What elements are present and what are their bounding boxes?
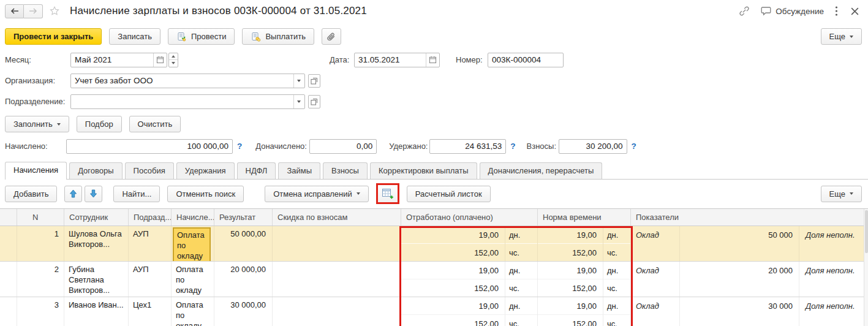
attachments-button[interactable] (322, 28, 341, 45)
fill-button[interactable]: Заполнить (5, 116, 69, 132)
tab-recalculations[interactable]: Доначисления, перерасчеты (480, 162, 603, 179)
organization-field[interactable] (70, 74, 305, 88)
tab-loans[interactable]: Займы (278, 162, 320, 179)
cell-norm-unit[interactable]: дн. чс. (603, 262, 631, 297)
column-header-n[interactable]: N (17, 209, 64, 226)
undo-corrections-button[interactable]: Отмена исправлений (265, 186, 369, 202)
move-down-button[interactable] (85, 186, 102, 202)
cell-accrual[interactable]: Оплата по окладу (172, 262, 214, 297)
forward-button[interactable] (24, 4, 43, 18)
timesheet-input-button[interactable] (378, 185, 398, 202)
calendar-icon[interactable] (153, 53, 167, 67)
added-field[interactable] (309, 139, 377, 154)
cell-indicator2-name[interactable]: Доля неполн. (799, 297, 868, 326)
favorite-star-icon[interactable] (48, 4, 61, 18)
month-field[interactable] (70, 53, 167, 67)
cell-discount[interactable] (273, 297, 401, 326)
cell-norm-unit[interactable]: дн. чс. (603, 226, 631, 261)
cell-worked-unit[interactable]: дн. чс. (505, 297, 538, 326)
contributions-input[interactable] (559, 140, 627, 153)
spinner-up-icon[interactable] (169, 53, 178, 61)
discussion-button[interactable]: Обсуждение (761, 6, 824, 16)
cell-discount[interactable] (273, 262, 401, 297)
pick-button[interactable]: Подбор (77, 116, 122, 132)
contributions-field[interactable] (559, 139, 627, 154)
column-header-indicators[interactable]: Показатели (631, 209, 868, 226)
cell-n[interactable]: 2 (17, 262, 64, 297)
tab-contracts[interactable]: Договоры (69, 162, 122, 179)
save-button[interactable]: Записать (109, 28, 160, 45)
close-icon[interactable] (849, 6, 861, 17)
find-button[interactable]: Найти... (113, 186, 160, 202)
withheld-field[interactable] (429, 139, 506, 154)
cell-accrual[interactable]: Оплата по окладу (172, 297, 214, 326)
cell-indicator-value[interactable]: 20 000 (680, 262, 799, 297)
cell-worked-value[interactable]: 19,00 152,00 (401, 297, 505, 326)
link-icon[interactable] (738, 4, 751, 18)
table-scrollbar[interactable] (864, 209, 868, 326)
column-header-accrual[interactable]: Начисле... (172, 209, 214, 226)
accrued-input[interactable] (67, 140, 232, 153)
cell-department[interactable]: Цех1 (129, 297, 172, 326)
table-row[interactable]: 2 Губина Светлана Викторов... АУП Оплата… (0, 262, 868, 297)
cell-result[interactable]: 20 000,00 (214, 262, 273, 297)
cell-norm-value[interactable]: 19,00 152,00 (538, 262, 603, 297)
column-header-employee[interactable]: Сотрудник (64, 209, 129, 226)
cell-norm-unit[interactable]: дн. чс. (603, 297, 631, 326)
added-input[interactable] (310, 140, 376, 153)
cell-norm-value[interactable]: 19,00 152,00 (538, 297, 603, 326)
pay-button[interactable]: Выплатить (242, 28, 314, 45)
cell-employee[interactable]: Губина Светлана Викторов... (64, 262, 129, 297)
more-button-top[interactable]: Еще (821, 28, 862, 45)
more-button-table[interactable]: Еще (821, 186, 862, 202)
cancel-search-button[interactable]: Отменить поиск (167, 186, 244, 202)
chevron-down-icon[interactable] (293, 74, 305, 88)
column-header-norm[interactable]: Норма времени (538, 209, 631, 226)
number-input[interactable] (488, 54, 563, 66)
cell-department[interactable]: АУП (129, 226, 172, 261)
withheld-input[interactable] (430, 140, 505, 153)
cell-n[interactable]: 3 (17, 297, 64, 326)
month-spinner[interactable] (168, 53, 178, 67)
month-input[interactable] (71, 54, 153, 66)
cell-indicator-name[interactable]: Оклад (631, 262, 680, 297)
column-header-department[interactable]: Подразд... (129, 209, 172, 226)
tab-deductions[interactable]: Удержания (176, 162, 235, 179)
cell-n[interactable]: 1 (17, 226, 64, 261)
cell-norm-value[interactable]: 19,00 152,00 (538, 226, 603, 261)
post-button[interactable]: Провести (168, 28, 235, 45)
column-header-worked[interactable]: Отработано (оплачено) (401, 209, 538, 226)
cell-discount[interactable] (273, 226, 401, 261)
open-organization-button[interactable] (308, 74, 320, 88)
tab-accruals[interactable]: Начисления (5, 162, 67, 180)
cell-indicator-value[interactable]: 50 000 (680, 226, 799, 261)
cell-indicator2-name[interactable]: Доля неполн. (799, 262, 868, 297)
withheld-help-link[interactable]: ? (510, 142, 515, 151)
clear-button[interactable]: Очистить (129, 116, 181, 132)
department-input[interactable] (71, 96, 293, 108)
spinner-down-icon[interactable] (169, 60, 178, 67)
move-up-button[interactable] (64, 186, 82, 202)
table-row[interactable]: 3 Иванов Иван... Цех1 Оплата по окладу 3… (0, 297, 868, 326)
calendar-icon[interactable] (426, 53, 439, 67)
cell-indicator-value[interactable]: 30 000 (680, 297, 799, 326)
selected-cell[interactable]: Оплата по окладу (173, 227, 211, 261)
cell-employee[interactable]: Иванов Иван... (64, 297, 129, 326)
contributions-help-link[interactable]: ? (632, 142, 636, 151)
add-row-button[interactable]: Добавить (5, 186, 57, 202)
cell-department[interactable]: АУП (129, 262, 172, 297)
cell-worked-value[interactable]: 19,00 152,00 (401, 262, 505, 297)
column-header-discount[interactable]: Скидка по взносам (273, 209, 401, 226)
cell-indicator-name[interactable]: Оклад (631, 226, 680, 261)
column-header-result[interactable]: Результат (214, 209, 273, 226)
tab-ndfl[interactable]: НДФЛ (237, 162, 276, 179)
date-field[interactable] (354, 53, 440, 67)
accrued-help-link[interactable]: ? (237, 142, 242, 151)
table-row[interactable]: 1 Шулова Ольга Викторов... АУП Оплата по… (0, 226, 868, 262)
cell-result[interactable]: 30 000,00 (214, 297, 273, 326)
date-input[interactable] (355, 54, 426, 66)
cell-result[interactable]: 50 000,00 (214, 226, 273, 261)
accrued-field[interactable] (66, 139, 233, 154)
cell-employee[interactable]: Шулова Ольга Викторов... (64, 226, 129, 261)
cell-worked-value[interactable]: 19,00 152,00 (401, 226, 505, 261)
